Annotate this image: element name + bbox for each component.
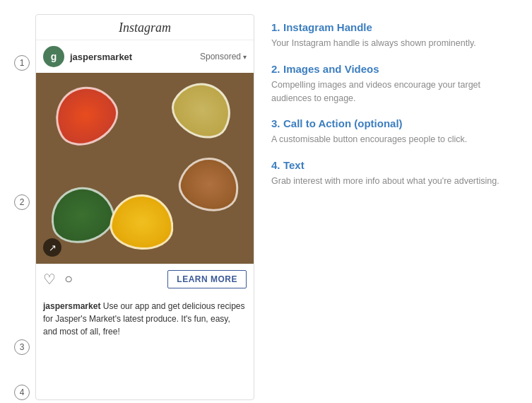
info-item-3: 3. Call to Action (optional) A customisa… <box>271 117 518 146</box>
info-desc-4: Grab interest with more info about what … <box>271 175 518 188</box>
user-row: g jaspersmarket Sponsored <box>36 40 254 73</box>
info-title-row-4: 4. Text <box>271 159 518 172</box>
left-side: 1 2 3 4 Instagram g jaspersma <box>14 14 254 400</box>
bowl-yellow <box>108 192 176 252</box>
caption-area: jaspersmarket Use our app and get delici… <box>36 294 254 346</box>
info-item-1: 1. Instagram Handle Your Instagram handl… <box>271 21 518 50</box>
annotation-1: 1 <box>14 55 30 71</box>
info-item-2: 2. Images and Videos Compelling images a… <box>271 63 518 105</box>
annotation-4: 4 <box>14 385 30 400</box>
bowl-green-herb <box>163 73 242 148</box>
info-desc-3: A customisable button encourages people … <box>271 133 518 146</box>
instagram-header: Instagram <box>36 15 254 40</box>
actions-row: ♡ ○ LEARN MORE <box>36 264 254 294</box>
annotation-2: 2 <box>14 194 30 210</box>
info-panel: 1. Instagram Handle Your Instagram handl… <box>271 14 518 400</box>
avatar: g <box>43 46 64 67</box>
annotation-3: 3 <box>14 339 30 355</box>
info-title-row-2: 2. Images and Videos <box>271 63 518 76</box>
learn-more-button[interactable]: LEARN MORE <box>167 270 247 288</box>
annotations-column: 1 2 3 4 <box>14 14 30 400</box>
sponsored-label: Sponsored <box>200 52 247 62</box>
info-item-4: 4. Text Grab interest with more info abo… <box>271 159 518 188</box>
info-desc-1: Your Instagram handle is always shown pr… <box>271 37 518 50</box>
spice-scene <box>36 73 254 264</box>
username-label: jaspersmarket <box>70 52 132 62</box>
caption-username: jaspersmarket <box>43 301 100 311</box>
instagram-card: Instagram g jaspersmarket Sponsored <box>35 14 254 400</box>
info-title-row-3: 3. Call to Action (optional) <box>271 117 518 130</box>
post-image: ↗ <box>36 73 254 264</box>
bowl-red <box>44 75 127 156</box>
like-icon[interactable]: ♡ <box>43 271 56 288</box>
main-container: 1 2 3 4 Instagram g jaspersma <box>14 14 518 400</box>
user-left: g jaspersmarket <box>43 46 132 67</box>
bowl-brown <box>174 151 246 217</box>
action-icons: ♡ ○ <box>43 271 73 288</box>
info-title-row-1: 1. Instagram Handle <box>271 21 518 34</box>
expand-button[interactable]: ↗ <box>43 238 61 257</box>
comment-icon[interactable]: ○ <box>64 271 73 288</box>
info-desc-2: Compelling images and videos encourage y… <box>271 78 518 105</box>
